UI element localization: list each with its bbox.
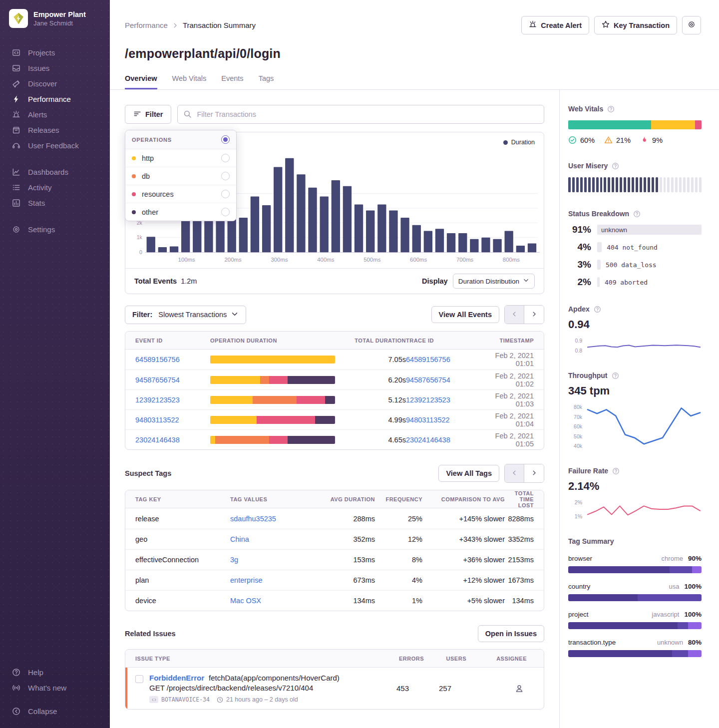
question-circle-icon[interactable]	[594, 306, 601, 313]
sidebar-item-stats[interactable]: Stats	[0, 195, 110, 211]
transaction-settings-button[interactable]	[682, 16, 701, 34]
issue-checkbox[interactable]	[135, 675, 143, 683]
view-all-events-button[interactable]: View All Events	[431, 306, 499, 323]
tag-value-link[interactable]: 3g	[230, 556, 320, 564]
trace-id-link[interactable]: 12392123523	[406, 396, 491, 404]
sidebar-item-projects[interactable]: Projects	[0, 45, 110, 60]
breadcrumb-current: Transaction Summary	[183, 21, 256, 29]
tags-next-page-button[interactable]	[524, 464, 544, 482]
tag-value-link[interactable]: Mac OSX	[230, 597, 320, 605]
key-transaction-button[interactable]: Key Transaction	[594, 16, 677, 34]
sidebar-item-what-s-new[interactable]: What's new	[0, 680, 110, 696]
trace-id-link[interactable]: 23024146438	[406, 436, 491, 444]
total-time-lost: 3352ms	[505, 535, 534, 543]
trace-id-link[interactable]: 94587656754	[406, 376, 491, 384]
warning-triangle-icon	[604, 136, 613, 144]
table-row: 948031135224.99s94803113522Feb 2, 2021 0…	[125, 409, 544, 429]
sidebar-item-activity[interactable]: Activity	[0, 180, 110, 195]
events-next-page-button[interactable]	[524, 306, 544, 324]
operations-all-radio[interactable]	[221, 135, 230, 144]
operation-option-label: resources	[142, 190, 221, 198]
sidebar-item-issues[interactable]: Issues	[0, 60, 110, 76]
filter-button[interactable]: Filter	[125, 105, 171, 124]
sidebar-item-collapse[interactable]: Collapse	[0, 704, 110, 719]
chevron-down-icon	[523, 277, 529, 285]
question-circle-icon[interactable]	[612, 162, 619, 170]
trace-id-link[interactable]: 94803113522	[406, 416, 491, 424]
tag-value-link[interactable]: sdaufhu35235	[230, 515, 320, 523]
tag-summary-row: countryusa100%	[568, 583, 702, 601]
tag-summary-bar-segment	[678, 622, 688, 629]
tab-tags[interactable]: Tags	[259, 74, 274, 89]
sidebar-item-performance[interactable]: Performance	[0, 91, 110, 107]
sidebar-item-label: Issues	[28, 64, 49, 72]
axis-tick-label: 2%	[575, 499, 582, 505]
search-input[interactable]	[177, 105, 544, 124]
operation-option-radio[interactable]	[221, 190, 230, 198]
question-circle-icon[interactable]	[607, 105, 615, 113]
tags-prev-page-button[interactable]	[505, 464, 524, 482]
issue-level-stripe	[125, 668, 127, 709]
event-id-link[interactable]: 23024146438	[135, 436, 210, 444]
breadcrumb-performance[interactable]: Performance	[125, 21, 168, 29]
assignee-person-icon[interactable]	[515, 684, 524, 693]
help-icon	[11, 668, 20, 677]
tag-summary-bar-segment	[688, 622, 702, 629]
view-all-tags-button[interactable]: View All Tags	[438, 465, 499, 482]
operations-dropdown-header[interactable]: OPERATIONS	[125, 130, 236, 149]
operation-option-radio[interactable]	[221, 154, 230, 162]
question-circle-icon[interactable]	[612, 372, 619, 379]
create-alert-button[interactable]: Create Alert	[521, 16, 589, 34]
operations-option-other[interactable]: other	[125, 203, 236, 221]
breadcrumb: Performance Transaction Summary	[125, 21, 256, 29]
chart-legend: Duration	[503, 139, 535, 146]
stats-icon	[11, 199, 20, 208]
event-id-link[interactable]: 12392123523	[135, 396, 210, 404]
operations-option-http[interactable]: http	[125, 149, 236, 167]
question-circle-icon[interactable]	[612, 467, 620, 475]
tab-web-vitals[interactable]: Web Vitals	[172, 74, 207, 89]
sidebar-item-help[interactable]: Help	[0, 665, 110, 680]
sidebar-item-user-feedback[interactable]: User Feedback	[0, 138, 110, 153]
tags-pager	[504, 464, 544, 483]
trace-id-link[interactable]: 64589156756	[406, 356, 491, 364]
tag-summary-labels: countryusa100%	[568, 583, 702, 590]
search-box	[177, 105, 544, 124]
sidebar-item-releases[interactable]: Releases	[0, 122, 110, 138]
tab-events[interactable]: Events	[221, 74, 243, 89]
sidebar-item-settings[interactable]: Settings	[0, 222, 110, 237]
column-header: USERS	[424, 656, 466, 662]
tab-overview[interactable]: Overview	[125, 74, 157, 89]
sidebar-item-discover[interactable]: Discover	[0, 76, 110, 91]
misery-segment	[660, 177, 662, 192]
apdex-title: Apdex	[568, 305, 590, 313]
issue-error-type-link[interactable]: ForbiddenError	[149, 674, 204, 682]
status-bar	[597, 260, 601, 270]
sidebar-item-dashboards[interactable]: Dashboards	[0, 164, 110, 180]
sidebar-item-alerts[interactable]: Alerts	[0, 107, 110, 122]
open-in-issues-button[interactable]: Open in Issues	[478, 625, 544, 642]
key-transaction-label: Key Transaction	[614, 21, 670, 29]
org-switcher[interactable]: Empower Plant Jane Schmidt	[0, 9, 110, 28]
event-id-link[interactable]: 64589156756	[135, 356, 210, 364]
issue-row: ForbiddenErrorfetchData(app/components/H…	[125, 668, 544, 709]
tag-value-link[interactable]: China	[230, 535, 320, 543]
db-color-dot-icon	[132, 174, 136, 178]
event-id-link[interactable]: 94587656754	[135, 376, 210, 384]
resources-color-dot-icon	[132, 192, 136, 196]
operations-option-db[interactable]: db	[125, 167, 236, 185]
tag-summary-bar-segment	[688, 650, 702, 657]
event-id-link[interactable]: 94803113522	[135, 416, 210, 424]
vitals-legend-value: 21%	[616, 136, 631, 144]
events-filter-select[interactable]: Filter: Slowest Transactions	[125, 306, 246, 324]
tag-value-link[interactable]: enterprise	[230, 576, 320, 584]
operation-option-radio[interactable]	[221, 208, 230, 216]
operations-option-resources[interactable]: resources	[125, 185, 236, 203]
misery-segment	[687, 177, 690, 192]
display-select[interactable]: Duration Distribution	[453, 274, 535, 289]
events-prev-page-button[interactable]	[505, 306, 524, 324]
operation-option-radio[interactable]	[221, 172, 230, 180]
misery-segment	[596, 177, 599, 192]
question-circle-icon[interactable]	[633, 210, 641, 218]
tag-summary-section: Tag Summary browserchrome90%countryusa10…	[568, 537, 702, 657]
